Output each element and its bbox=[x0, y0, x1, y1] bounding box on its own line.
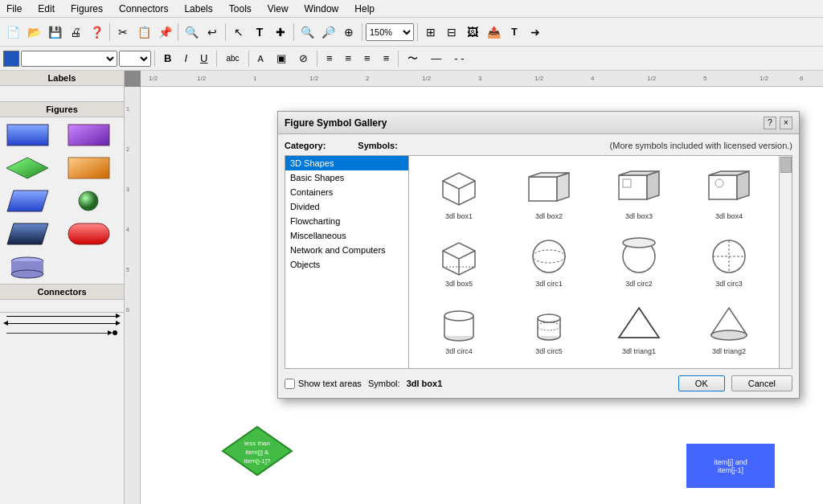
cat-network-computers[interactable]: Network and Computers bbox=[285, 243, 408, 257]
select-btn[interactable]: ↖ bbox=[229, 23, 248, 42]
search-btn[interactable]: 🔍 bbox=[182, 23, 201, 42]
dialog-close-btn[interactable]: × bbox=[780, 117, 792, 129]
symbol-3dl-circ5[interactable]: 3dl circ5 bbox=[506, 297, 592, 362]
connector-double-arrow[interactable] bbox=[0, 320, 124, 327]
canvas-area[interactable]: 1/2 1/2 1 1/2 2 1/2 3 1/2 4 1/2 5 1/2 6 … bbox=[125, 71, 823, 504]
menu-view[interactable]: View bbox=[264, 2, 292, 16]
dialog-help-btn[interactable]: ? bbox=[764, 117, 776, 129]
shape-dark-para[interactable] bbox=[3, 219, 51, 248]
color-selector[interactable] bbox=[3, 51, 19, 67]
dash-btn[interactable]: - - bbox=[448, 50, 469, 67]
text-btn[interactable]: T bbox=[250, 23, 269, 42]
copy-btn[interactable]: 📋 bbox=[134, 23, 154, 42]
snap-btn[interactable]: ⊟ bbox=[442, 23, 461, 42]
connector-dot-arrow[interactable] bbox=[0, 327, 124, 338]
connectors-collapse[interactable] bbox=[0, 300, 124, 313]
ok-button[interactable]: OK bbox=[678, 375, 725, 391]
save-btn[interactable]: 💾 bbox=[45, 23, 64, 42]
symbol-3dl-circ3[interactable]: 3dl circ3 bbox=[686, 230, 772, 294]
cancel-button[interactable]: Cancel bbox=[731, 375, 792, 391]
fill-btn[interactable]: ▣ bbox=[271, 50, 292, 67]
shape-cylinder[interactable] bbox=[3, 252, 51, 281]
menu-labels[interactable]: Labels bbox=[181, 2, 215, 16]
symbol-3dl-triang2[interactable]: 3dl triang2 bbox=[686, 297, 772, 362]
abc-btn[interactable]: abc bbox=[220, 51, 244, 65]
shape-para-blue[interactable] bbox=[3, 186, 51, 215]
cat-basic-shapes[interactable]: Basic Shapes bbox=[285, 170, 408, 185]
symbol-3dl-box4[interactable]: 3dl box4 bbox=[686, 162, 772, 227]
menu-tools[interactable]: Tools bbox=[226, 2, 255, 16]
img-btn[interactable]: 🖼 bbox=[463, 23, 482, 42]
text2-btn[interactable]: T bbox=[505, 23, 524, 42]
export-btn[interactable]: 📤 bbox=[484, 23, 503, 42]
print-btn[interactable]: 🖨 bbox=[66, 23, 85, 42]
menu-figures[interactable]: Figures bbox=[68, 2, 106, 16]
shape-red-rounded[interactable] bbox=[64, 219, 113, 248]
undo-btn[interactable]: ↩ bbox=[203, 23, 222, 42]
cat-3d-shapes[interactable]: 3D Shapes bbox=[285, 156, 408, 170]
labels-header[interactable]: Labels bbox=[0, 71, 124, 86]
help-btn[interactable]: ❓ bbox=[87, 23, 106, 42]
underline-btn[interactable]: U bbox=[194, 50, 213, 67]
bold-btn[interactable]: B bbox=[158, 50, 177, 67]
shape-purple-rect[interactable] bbox=[64, 121, 113, 149]
symbol-3dl-box1[interactable]: 3dl box1 bbox=[416, 162, 502, 227]
align-center-btn[interactable]: ≡ bbox=[339, 50, 357, 67]
line-btn[interactable]: ⊘ bbox=[293, 50, 313, 67]
symbol-3dl-box5[interactable]: 3dl box5 bbox=[416, 230, 502, 294]
symbols-scrollbar[interactable] bbox=[780, 155, 792, 369]
cat-miscellaneous[interactable]: Miscellaneous bbox=[285, 228, 408, 243]
font-select[interactable] bbox=[21, 51, 117, 67]
sym-label-3dl-box3: 3dl box3 bbox=[625, 212, 653, 220]
connectors-header[interactable]: Connectors bbox=[0, 285, 124, 300]
svg-text:4: 4 bbox=[591, 75, 595, 82]
cat-objects[interactable]: Objects bbox=[285, 257, 408, 272]
shape-sphere[interactable] bbox=[64, 186, 113, 215]
grid-btn[interactable]: ⊞ bbox=[421, 23, 440, 42]
font-color-btn[interactable]: A bbox=[252, 51, 269, 66]
insert-btn[interactable]: ✚ bbox=[271, 23, 290, 42]
cat-containers[interactable]: Containers bbox=[285, 185, 408, 199]
arrow-btn[interactable]: ➜ bbox=[526, 23, 545, 42]
zoom-plus-btn[interactable]: 🔎 bbox=[318, 23, 338, 42]
zoom-fit-btn[interactable]: ⊕ bbox=[339, 23, 358, 42]
menu-file[interactable]: File bbox=[3, 2, 25, 16]
figures-header[interactable]: Figures bbox=[0, 102, 124, 117]
menu-connectors[interactable]: Connectors bbox=[116, 2, 171, 16]
zoom-minus-btn[interactable]: 🔍 bbox=[297, 23, 317, 42]
size-select[interactable] bbox=[119, 51, 151, 67]
svg-text:1: 1 bbox=[253, 75, 257, 82]
cut-btn[interactable]: ✂ bbox=[113, 23, 133, 42]
paste-btn[interactable]: 📌 bbox=[155, 23, 174, 42]
line2-btn[interactable]: — bbox=[425, 50, 447, 67]
symbol-3dl-triang1[interactable]: 3dl triang1 bbox=[596, 297, 682, 362]
show-text-areas-checkbox-wrap[interactable]: Show text areas bbox=[285, 379, 362, 389]
symbol-3dl-circ4[interactable]: 3dl circ4 bbox=[416, 297, 502, 362]
cat-divided[interactable]: Divided bbox=[285, 199, 408, 214]
symbol-3dl-circ1[interactable]: 3dl circ1 bbox=[506, 230, 592, 294]
symbols-panel[interactable]: 3dl box1 3dl box2 bbox=[409, 155, 780, 369]
align-left-btn[interactable]: ≡ bbox=[321, 50, 338, 67]
open-btn[interactable]: 📂 bbox=[24, 23, 43, 42]
show-text-areas-checkbox[interactable] bbox=[285, 379, 295, 389]
shape-blue-rect[interactable] bbox=[3, 121, 51, 149]
connector-right-arrow[interactable] bbox=[0, 313, 124, 320]
italic-btn[interactable]: I bbox=[178, 50, 193, 67]
menu-edit[interactable]: Edit bbox=[35, 2, 58, 16]
shape-green-diamond[interactable] bbox=[3, 154, 51, 182]
symbol-3dl-box2[interactable]: 3dl box2 bbox=[506, 162, 592, 227]
menu-help[interactable]: Help bbox=[351, 2, 378, 16]
zoom-select[interactable]: 150% 100% 75% 50% bbox=[366, 23, 414, 41]
symbol-3dl-box3[interactable]: 3dl box3 bbox=[596, 162, 682, 227]
cat-flowcharting[interactable]: Flowcharting bbox=[285, 214, 408, 228]
svg-text:item[j] &: item[j] & bbox=[246, 449, 270, 456]
symbol-3dl-circ2[interactable]: 3dl circ2 bbox=[596, 230, 682, 294]
shape-orange-rect[interactable] bbox=[64, 154, 113, 182]
menu-window[interactable]: Window bbox=[301, 2, 342, 16]
justify-btn[interactable]: ≡ bbox=[378, 50, 395, 67]
canvas-content: START Bubble Sort A less than item[j] & … bbox=[141, 87, 823, 504]
new-btn[interactable]: 📄 bbox=[3, 23, 23, 42]
labels-collapse[interactable] bbox=[0, 86, 124, 102]
curve-btn[interactable]: 〜 bbox=[402, 49, 424, 68]
align-right-btn[interactable]: ≡ bbox=[358, 50, 376, 67]
